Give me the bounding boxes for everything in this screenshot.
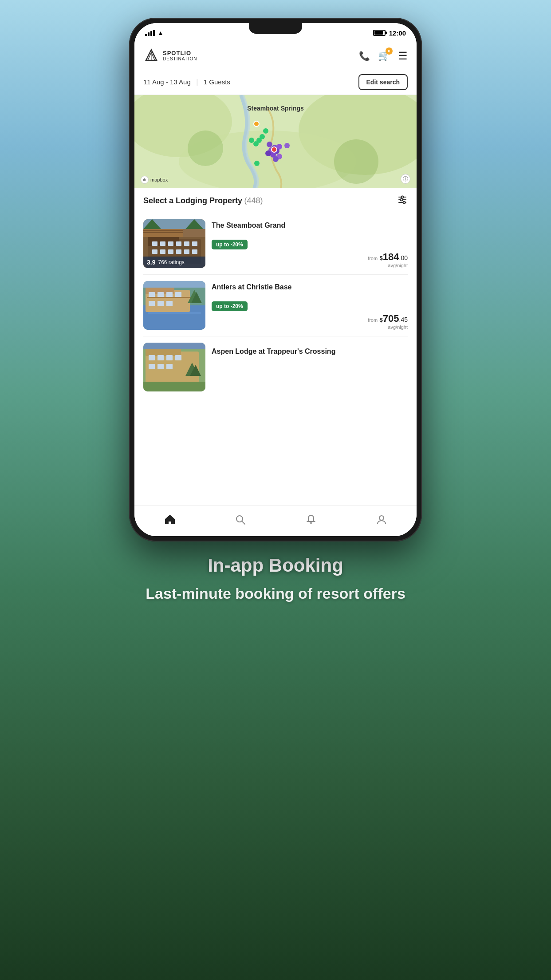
filter-icon[interactable] [397,194,408,207]
section-count: (448) [244,196,263,205]
map-pin-4[interactable] [253,141,259,146]
property-info-2: Antlers at Christie Base up to -20% from… [212,281,408,330]
mapbox-logo-icon: ⊕ [141,176,149,184]
phone-notch [249,23,302,34]
promo-subtitle: Last-minute booking of resort offers [146,583,405,605]
search-info: 11 Aug - 13 Aug | 1 Guests [143,78,230,86]
property-name-2: Antlers at Christie Base [212,283,408,292]
svg-rect-29 [160,249,165,254]
logo-icon [143,48,159,64]
promo-section: In-app Booking Last-minute booking of re… [119,555,432,605]
status-left: ▲ [145,29,164,36]
svg-rect-28 [152,249,157,254]
map-cluster-9[interactable] [273,156,279,162]
svg-rect-30 [168,249,173,254]
property-img-svg-2 [143,281,205,330]
svg-rect-61 [166,355,173,360]
svg-rect-63 [149,364,155,369]
logo-sub: DESTINATION [163,56,197,61]
nav-item-search[interactable] [226,510,255,532]
property-image-3 [143,343,205,391]
property-image-2 [143,281,205,330]
battery-icon [373,30,386,36]
mapbox-label: mapbox [150,177,168,182]
property-rating-1: 3.9 766 ratings [143,257,205,268]
wifi-icon: ▲ [157,29,164,36]
map-pin-5[interactable] [249,138,254,143]
header-icons: 📞 🛒 0 ☰ [359,50,408,62]
svg-rect-46 [166,292,173,297]
svg-rect-47 [175,292,181,297]
svg-line-71 [242,521,245,524]
map-cluster-7[interactable] [265,150,271,156]
property-info-3: Aspen Lodge at Trappeur's Crossing [212,343,408,391]
logo-area: SPOTLIO DESTINATION [143,48,197,64]
svg-rect-62 [175,355,181,360]
svg-rect-26 [184,241,189,246]
map-info-button[interactable]: ⓘ [401,174,410,184]
svg-rect-22 [152,241,157,246]
svg-rect-45 [157,292,164,297]
svg-rect-65 [166,364,173,369]
mapbox-logo: ⊕ mapbox [141,176,168,184]
svg-rect-66 [143,343,205,349]
section-title-group: Select a Lodging Property (448) [143,196,263,205]
home-icon [164,514,176,528]
price-dollar-2: $ [380,316,383,323]
nav-item-home[interactable] [155,510,185,532]
nav-item-profile[interactable] [367,510,396,532]
phone-frame: ▲ 12:00 SPOTLIO DESTINATION [129,18,422,541]
price-main-2: 705 [383,313,399,324]
property-card-2[interactable]: Antlers at Christie Base up to -20% from… [143,275,408,336]
svg-rect-32 [184,249,189,254]
svg-point-11 [401,196,404,198]
property-card-1[interactable]: 3.9 766 ratings The Steamboat Grand up t… [143,213,408,275]
property-card-3[interactable]: Aspen Lodge at Trappeur's Crossing [143,336,408,398]
search-divider: | [196,78,200,86]
price-cents-2: .45 [399,316,408,323]
svg-rect-69 [143,382,205,391]
property-pricing-2: up to -20% from $705.45 avg/night [212,301,408,330]
property-info-1: The Steamboat Grand up to -20% from $184… [212,219,408,268]
price-cents-1: .00 [399,254,408,261]
price-main-1: 184 [383,251,399,262]
status-right: 12:00 [373,29,406,37]
content-area: Select a Lodging Property (448) [134,188,417,505]
map-area[interactable]: Steamboat Springs [134,95,417,188]
map-pin-1[interactable] [263,128,268,134]
property-img-svg-3 [143,343,205,391]
svg-rect-55 [148,312,201,314]
map-pin-6[interactable] [254,161,260,166]
svg-point-72 [379,516,384,520]
svg-rect-64 [157,364,164,369]
svg-rect-31 [176,249,181,254]
logo-name: SPOTLIO [163,50,197,56]
map-background: Steamboat Springs [134,95,417,188]
phone-icon[interactable]: 📞 [359,51,370,61]
svg-rect-33 [192,249,197,254]
price-unit-1: avg/night [212,263,408,268]
map-city-label: Steamboat Springs [247,105,304,112]
cart-badge: 0 [386,47,393,55]
promo-title: In-app Booking [146,555,405,576]
svg-rect-25 [176,241,181,246]
map-anchor-pin[interactable] [253,121,260,127]
map-selected-pin[interactable] [271,146,277,153]
section-header: Select a Lodging Property (448) [134,188,417,213]
property-name-1: The Steamboat Grand [212,221,408,230]
bell-icon [305,514,317,528]
search-dates: 11 Aug - 13 Aug [143,78,191,86]
nav-item-notifications[interactable] [296,510,326,532]
svg-rect-24 [168,241,173,246]
svg-rect-51 [147,297,191,298]
map-cluster-1[interactable] [267,142,272,147]
svg-rect-27 [192,241,197,246]
edit-search-button[interactable]: Edit search [358,74,408,90]
cart-icon[interactable]: 🛒 0 [378,50,390,62]
menu-icon[interactable]: ☰ [398,50,408,62]
search-guests: 1 Guests [204,78,230,86]
property-pricing-1: up to -20% from $184.00 avg/night [212,240,408,268]
map-pin-right[interactable] [284,143,290,148]
price-unit-2: avg/night [212,324,408,330]
search-nav-icon [235,514,246,528]
